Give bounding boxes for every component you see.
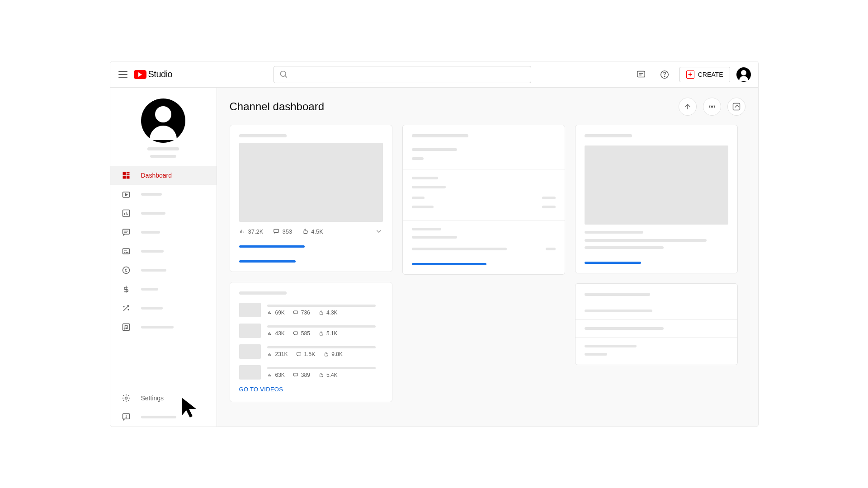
menu-button[interactable] (118, 69, 128, 80)
svg-rect-11 (126, 176, 129, 179)
search-icon (279, 70, 288, 79)
svg-point-35 (126, 418, 126, 418)
comment-icon (273, 228, 279, 235)
published-videos-card: 69K 736 4.3K 43K 585 5.1K 231K 1.5K 9.8K (230, 282, 392, 402)
logo-text: Studio (148, 69, 173, 80)
sidebar-item-comments[interactable] (110, 223, 217, 242)
video-thumbnail[interactable] (239, 143, 383, 222)
svg-rect-9 (126, 174, 129, 175)
video-list-row[interactable]: 231K 1.5K 9.8K (239, 344, 383, 359)
create-post-button[interactable] (727, 98, 745, 116)
audio-library-icon (121, 322, 131, 332)
topbar: Studio + CREATE (110, 61, 758, 88)
svg-point-0 (280, 71, 286, 76)
main-content: Channel dashboard 37.2K (217, 88, 758, 427)
youtube-play-icon (134, 70, 146, 79)
svg-rect-8 (126, 172, 129, 174)
sidebar-item-subtitles[interactable] (110, 242, 217, 261)
feedback-icon (121, 412, 131, 422)
content-icon (121, 189, 131, 199)
svg-rect-37 (733, 103, 740, 110)
sidebar-item-feedback[interactable] (110, 408, 217, 427)
svg-rect-57 (293, 373, 297, 376)
analytics-icon (121, 208, 131, 218)
create-plus-icon: + (686, 70, 694, 79)
svg-rect-41 (274, 229, 279, 232)
magic-wand-icon (121, 303, 131, 313)
sidebar-item-customization[interactable] (110, 299, 217, 318)
svg-point-6 (664, 76, 665, 76)
channel-handle-placeholder (150, 155, 176, 158)
svg-line-1 (285, 75, 287, 77)
expand-toggle[interactable] (375, 227, 383, 235)
page-title: Channel dashboard (230, 100, 325, 113)
create-button[interactable]: + CREATE (679, 67, 730, 82)
video-list-row[interactable]: 43K 585 5.1K (239, 324, 383, 338)
subtitles-icon (121, 246, 131, 256)
svg-rect-18 (123, 229, 129, 234)
video-thumb-small (239, 303, 261, 317)
latest-video-card: 37.2K 353 4.5K (230, 125, 392, 272)
link-placeholder[interactable] (412, 263, 486, 265)
svg-point-36 (711, 106, 712, 107)
svg-point-30 (124, 328, 125, 329)
svg-rect-10 (123, 176, 126, 179)
svg-rect-29 (123, 324, 129, 331)
analytics-card (402, 125, 565, 275)
create-label: CREATE (698, 71, 723, 78)
search-input[interactable] (274, 66, 531, 83)
svg-point-27 (123, 306, 124, 307)
video-thumb-small (239, 365, 261, 380)
video-list-row[interactable]: 69K 736 4.3K (239, 303, 383, 317)
views-stat: 37.2K (239, 228, 264, 235)
news-image (585, 145, 728, 225)
upload-button[interactable] (679, 98, 697, 116)
chevron-down-icon (375, 227, 383, 235)
svg-rect-45 (293, 311, 297, 314)
copyright-icon (121, 265, 131, 275)
link-placeholder[interactable] (239, 260, 296, 263)
sidebar-item-settings[interactable]: Settings (110, 389, 217, 408)
views-icon (239, 228, 245, 235)
sidebar-item-copyright[interactable] (110, 261, 217, 280)
link-placeholder[interactable] (585, 262, 641, 264)
video-thumb-small (239, 324, 261, 338)
go-to-videos-link[interactable]: GO TO VIDEOS (239, 386, 383, 393)
sidebar: Dashboard (110, 88, 217, 427)
svg-point-28 (128, 310, 129, 310)
svg-rect-7 (123, 172, 126, 175)
svg-marker-13 (125, 193, 127, 196)
video-list-row[interactable]: 63K 389 5.4K (239, 365, 383, 380)
insider-card (575, 283, 738, 365)
help-icon[interactable] (656, 66, 673, 83)
go-live-button[interactable] (703, 98, 721, 116)
svg-point-25 (123, 267, 129, 274)
account-avatar[interactable] (736, 67, 751, 82)
studio-logo[interactable]: Studio (134, 69, 173, 80)
comments-stat: 353 (273, 228, 292, 235)
news-card (575, 125, 738, 273)
likes-stat: 4.5K (302, 228, 323, 235)
sidebar-item-content[interactable] (110, 185, 217, 204)
channel-avatar[interactable] (141, 99, 185, 143)
chat-help-icon[interactable] (632, 66, 650, 83)
gear-icon (121, 393, 131, 403)
svg-point-32 (125, 397, 127, 399)
svg-rect-53 (297, 352, 301, 355)
svg-rect-21 (123, 249, 129, 254)
link-placeholder[interactable] (239, 245, 305, 248)
sidebar-item-audio[interactable] (110, 318, 217, 337)
sidebar-item-label: Settings (141, 394, 164, 402)
sidebar-item-analytics[interactable] (110, 204, 217, 223)
dollar-icon (121, 284, 131, 294)
video-thumb-small (239, 344, 261, 359)
dashboard-icon (121, 170, 131, 180)
comments-icon (121, 227, 131, 237)
sidebar-item-earn[interactable] (110, 280, 217, 299)
sidebar-item-label: Dashboard (141, 172, 172, 179)
svg-point-31 (126, 328, 127, 329)
channel-name-placeholder (147, 147, 179, 150)
svg-rect-49 (293, 332, 297, 334)
like-icon (302, 228, 308, 235)
sidebar-item-dashboard[interactable]: Dashboard (110, 166, 217, 185)
